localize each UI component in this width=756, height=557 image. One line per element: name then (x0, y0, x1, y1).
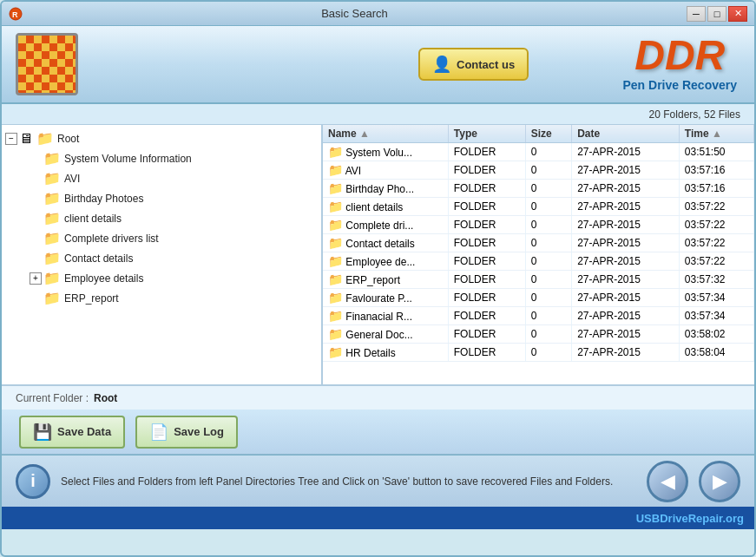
tree-expand-6[interactable]: + (30, 272, 42, 285)
tree-label-7: ERP_report (64, 292, 119, 305)
tree-item-3[interactable]: +📁client details (5, 208, 318, 228)
current-folder-value: Root (94, 392, 117, 404)
brand-subtitle: Pen Drive Recovery (622, 78, 737, 92)
tree-item-0[interactable]: +📁System Volume Information (5, 148, 318, 168)
folder-icon-0: 📁 (43, 150, 61, 167)
tree-item-6[interactable]: +📁Employee details (5, 268, 318, 288)
tree-label-3: client details (64, 213, 122, 225)
save-bar: 💾 Save Data 📄 Save Log (2, 410, 754, 455)
footer-link[interactable]: USBDriveRepair.org (636, 512, 744, 525)
table-row[interactable]: 📁 Finanacial R...FOLDER027-APR-201503:57… (323, 307, 754, 325)
forward-button[interactable]: ▶ (699, 461, 740, 502)
tree-label-0: System Volume Information (64, 153, 192, 165)
save-log-label: Save Log (174, 425, 224, 438)
save-log-button[interactable]: 📄 Save Log (135, 416, 238, 449)
tree-label-6: Employee details (64, 272, 143, 285)
col-size[interactable]: Size (525, 125, 571, 143)
file-table-body: 📁 System Volu...FOLDER027-APR-201503:51:… (323, 143, 754, 362)
footer: USBDriveRepair.org (2, 507, 754, 529)
main-content: − 🖥 📁 Root +📁System Volume Information+📁… (2, 125, 754, 385)
title-bar: R Basic Search ─ □ ✕ (2, 2, 754, 26)
save-log-icon: 📄 (149, 423, 168, 442)
tree-label-4: Complete drivers list (64, 233, 159, 245)
table-row[interactable]: 📁 ERP_reportFOLDER027-APR-201503:57:32 (323, 271, 754, 289)
col-date[interactable]: Date (572, 125, 680, 143)
tree-panel[interactable]: − 🖥 📁 Root +📁System Volume Information+📁… (2, 125, 323, 384)
file-list-scroll[interactable]: Name ▲ Type Size Date Time ▲ 📁 System Vo… (323, 125, 754, 384)
tree-item-5[interactable]: +📁Contact details (5, 248, 318, 268)
folder-icon-6: 📁 (43, 270, 61, 286)
folder-icon-2: 📁 (43, 190, 61, 206)
table-row[interactable]: 📁 AVIFOLDER027-APR-201503:57:16 (323, 161, 754, 180)
back-icon: ◀ (661, 470, 675, 493)
col-time[interactable]: Time ▲ (679, 125, 753, 143)
file-table-header: Name ▲ Type Size Date Time ▲ (323, 125, 754, 143)
tree-expand-root[interactable]: − (5, 133, 17, 145)
save-data-button[interactable]: 💾 Save Data (19, 416, 125, 449)
save-data-label: Save Data (57, 425, 111, 438)
col-name[interactable]: Name ▲ (323, 125, 448, 143)
maximize-button[interactable]: □ (707, 6, 726, 22)
computer-icon: 🖥 (19, 131, 33, 147)
current-folder-bar: Current Folder : Root (2, 385, 754, 410)
file-table: Name ▲ Type Size Date Time ▲ 📁 System Vo… (323, 125, 754, 362)
folder-icon-5: 📁 (43, 250, 61, 266)
file-count: 20 Folders, 52 Files (649, 108, 740, 121)
tree-label-2: Birthday Photoes (64, 193, 143, 205)
table-row[interactable]: 📁 HR DetailsFOLDER027-APR-201503:58:04 (323, 344, 754, 362)
close-button[interactable]: ✕ (728, 6, 747, 22)
tree-label-5: Contact details (64, 252, 133, 265)
table-row[interactable]: 📁 Complete dri...FOLDER027-APR-201503:57… (323, 216, 754, 234)
folder-icon-3: 📁 (43, 210, 61, 226)
window-controls: ─ □ ✕ (687, 6, 747, 22)
col-type[interactable]: Type (448, 125, 525, 143)
brand-section: DDR Pen Drive Recovery (622, 35, 737, 92)
back-button[interactable]: ◀ (647, 461, 688, 502)
table-row[interactable]: 📁 Contact detailsFOLDER027-APR-201503:57… (323, 234, 754, 252)
info-icon: i (16, 464, 50, 499)
table-row[interactable]: 📁 Favlourate P...FOLDER027-APR-201503:57… (323, 289, 754, 307)
tree-item-4[interactable]: +📁Complete drivers list (5, 228, 318, 248)
table-row[interactable]: 📁 Employee de...FOLDER027-APR-201503:57:… (323, 252, 754, 271)
contact-icon: 👤 (432, 55, 451, 74)
window-title: Basic Search (23, 7, 687, 20)
folder-icon-4: 📁 (43, 230, 61, 246)
info-bar: i Select Files and Folders from left Pan… (2, 455, 754, 507)
contact-button[interactable]: 👤 Contact us (418, 48, 529, 81)
file-panel: Name ▲ Type Size Date Time ▲ 📁 System Vo… (323, 125, 754, 384)
table-row[interactable]: 📁 Birthday Pho...FOLDER027-APR-201503:57… (323, 180, 754, 198)
tree-item-7[interactable]: +📁ERP_report (5, 288, 318, 308)
app-icon: R (9, 7, 23, 21)
contact-label: Contact us (457, 58, 515, 71)
table-row[interactable]: 📁 client detailsFOLDER027-APR-201503:57:… (323, 198, 754, 216)
app-logo (16, 33, 78, 95)
brand-name: DDR (622, 35, 737, 76)
file-count-bar: 20 Folders, 52 Files (2, 104, 754, 125)
header: 👤 Contact us DDR Pen Drive Recovery (2, 26, 754, 104)
table-row[interactable]: 📁 System Volu...FOLDER027-APR-201503:51:… (323, 143, 754, 161)
tree-root-label: Root (57, 133, 79, 145)
minimize-button[interactable]: ─ (687, 6, 706, 22)
root-folder-icon: 📁 (36, 130, 54, 147)
folder-icon-1: 📁 (43, 170, 61, 187)
tree-items: +📁System Volume Information+📁AVI+📁Birthd… (5, 148, 318, 308)
tree-label-1: AVI (64, 173, 80, 185)
current-folder-label: Current Folder : (16, 392, 89, 404)
tree-item-2[interactable]: +📁Birthday Photoes (5, 188, 318, 208)
table-row[interactable]: 📁 General Doc...FOLDER027-APR-201503:58:… (323, 325, 754, 344)
svg-text:R: R (12, 10, 18, 19)
header-row: Name ▲ Type Size Date Time ▲ (323, 125, 754, 143)
folder-icon-7: 📁 (43, 290, 61, 306)
info-text: Select Files and Folders from left Panel… (61, 475, 636, 488)
save-data-icon: 💾 (33, 423, 52, 442)
forward-icon: ▶ (713, 470, 727, 493)
tree-item-1[interactable]: +📁AVI (5, 168, 318, 188)
tree-root[interactable]: − 🖥 📁 Root (5, 128, 318, 148)
